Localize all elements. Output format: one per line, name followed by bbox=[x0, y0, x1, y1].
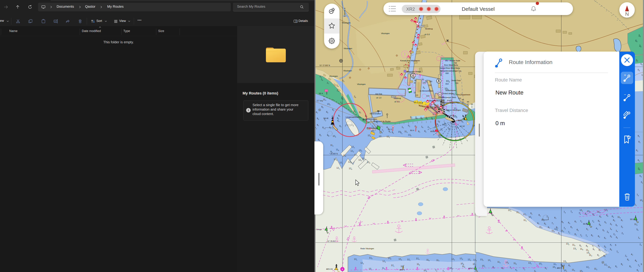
svg-text:110: 110 bbox=[426, 95, 429, 97]
svg-text:830: 830 bbox=[446, 72, 448, 74]
svg-text:!: ! bbox=[404, 51, 406, 57]
svg-text:850: 850 bbox=[445, 60, 448, 62]
svg-text:Dienstensteiger RWS: Dienstensteiger RWS bbox=[438, 96, 456, 98]
svg-text:ch 14: ch 14 bbox=[460, 125, 464, 127]
svg-text:ARV 5: ARV 5 bbox=[557, 267, 562, 269]
svg-text:ARV 1: ARV 1 bbox=[400, 269, 405, 271]
svg-text:clr 5.0: clr 5.0 bbox=[424, 33, 430, 35]
svg-text:SG 4: SG 4 bbox=[319, 92, 323, 95]
svg-text:Dienstensteiger PSD: Dienstensteiger PSD bbox=[442, 102, 460, 104]
svg-text:Sluizen Vlissingen: Sluizen Vlissingen bbox=[429, 100, 444, 102]
svg-text:130: 130 bbox=[428, 84, 432, 86]
svg-text:50: 50 bbox=[413, 77, 415, 79]
svg-text:Dokbrug: Dokbrug bbox=[394, 97, 401, 99]
svg-text:VL-2 ch 18: VL-2 ch 18 bbox=[427, 107, 436, 109]
svg-text:710: 710 bbox=[458, 97, 461, 100]
svg-text:!: ! bbox=[420, 73, 421, 78]
svg-text:Vissershaven: Vissershaven bbox=[370, 113, 381, 115]
svg-text:Vlissingen: Vlissingen bbox=[342, 22, 350, 24]
svg-text:Marine Kade: Marine Kade bbox=[450, 60, 460, 62]
svg-text:VR-C: VR-C bbox=[414, 101, 418, 103]
svg-text:5: 5 bbox=[615, 244, 616, 246]
svg-text:725: 725 bbox=[458, 70, 461, 72]
svg-text:110: 110 bbox=[415, 94, 418, 96]
svg-text:140: 140 bbox=[429, 80, 432, 83]
svg-text:Sleepdienstensteiger: Sleepdienstensteiger bbox=[440, 70, 458, 72]
svg-text:810: 810 bbox=[446, 83, 448, 85]
svg-text:−: − bbox=[624, 93, 626, 97]
svg-text:✠: ✠ bbox=[416, 47, 418, 50]
svg-text:Leugenaarshoofd: Leugenaarshoofd bbox=[346, 116, 360, 118]
svg-text:51° 25.000' N: 51° 25.000' N bbox=[327, 240, 338, 242]
svg-text:Kanaal door Walcheren: Kanaal door Walcheren bbox=[400, 60, 420, 62]
svg-text:clr 0.5: clr 0.5 bbox=[394, 101, 400, 103]
svg-text:Vesta Oost: Vesta Oost bbox=[451, 79, 460, 82]
svg-text:clr 1.0: clr 1.0 bbox=[376, 97, 381, 99]
svg-text:Vlissingen: Vlissingen bbox=[357, 83, 366, 85]
svg-text:5: 5 bbox=[641, 263, 642, 266]
svg-text:✠: ✠ bbox=[359, 68, 361, 71]
svg-text:40: 40 bbox=[414, 79, 416, 82]
svg-text:Sleepd Roro West Buha: Sleepd Roro West Buha bbox=[440, 67, 460, 69]
svg-text:13: 13 bbox=[472, 124, 475, 127]
svg-text:730: 730 bbox=[454, 62, 457, 64]
svg-text:1e Binnenhaven: 1e Binnenhaven bbox=[420, 90, 433, 92]
svg-text:ARV 3: ARV 3 bbox=[468, 267, 474, 270]
svg-text:Roeiershoofd: Roeiershoofd bbox=[367, 127, 378, 129]
svg-text:Sloebrug: Sloebrug bbox=[425, 28, 433, 30]
svg-text:Keersluis Bridge: Keersluis Bridge bbox=[407, 71, 421, 73]
svg-text:° 26.000' N: ° 26.000' N bbox=[329, 153, 338, 155]
svg-text:VLS: VLS bbox=[441, 104, 445, 106]
svg-text:51° 27.000' N: 51° 27.000' N bbox=[320, 65, 330, 66]
svg-text:Roro West Buha: Roro West Buha bbox=[444, 64, 458, 66]
svg-text:Vlissingen: Vlissingen bbox=[381, 32, 390, 34]
svg-text:3° 34.000' E: 3° 34.000' E bbox=[344, 8, 346, 17]
svg-text:20: 20 bbox=[414, 82, 416, 84]
svg-text:N: N bbox=[625, 11, 629, 17]
svg-text:Vlissingen: Vlissingen bbox=[344, 47, 352, 49]
svg-text:✠: ✠ bbox=[396, 54, 398, 57]
svg-text:VR-B: VR-B bbox=[418, 102, 423, 104]
svg-text:✠: ✠ bbox=[349, 76, 351, 79]
svg-text:30: 30 bbox=[422, 78, 424, 80]
svg-text:Koopmanshaven: Koopmanshaven bbox=[363, 118, 377, 120]
svg-text:T.C. Fire Department: T.C. Fire Department bbox=[453, 94, 470, 96]
svg-text:2: 2 bbox=[434, 126, 435, 129]
svg-text:ARV-VH: ARV-VH bbox=[326, 268, 333, 270]
svg-text:720: 720 bbox=[455, 82, 458, 84]
svg-text:Rede Vlissingen: Rede Vlissingen bbox=[360, 248, 374, 250]
svg-text:Vlissingen: Vlissingen bbox=[329, 75, 338, 77]
svg-text:+: + bbox=[624, 73, 626, 77]
svg-text:✠: ✠ bbox=[368, 67, 370, 70]
svg-text:×: × bbox=[342, 268, 343, 271]
svg-text:Het Dok: Het Dok bbox=[375, 93, 382, 95]
svg-text:PSD2: PSD2 bbox=[447, 100, 452, 102]
svg-text:117 deg: 117 deg bbox=[316, 100, 323, 102]
svg-text:RV 4: RV 4 bbox=[410, 130, 414, 132]
svg-text:13: 13 bbox=[379, 135, 381, 137]
svg-text:SS 5: SS 5 bbox=[630, 218, 634, 220]
svg-text:10: 10 bbox=[414, 92, 416, 94]
svg-text:Vlissingen: Vlissingen bbox=[343, 70, 352, 72]
svg-text:A: A bbox=[54, 20, 56, 22]
